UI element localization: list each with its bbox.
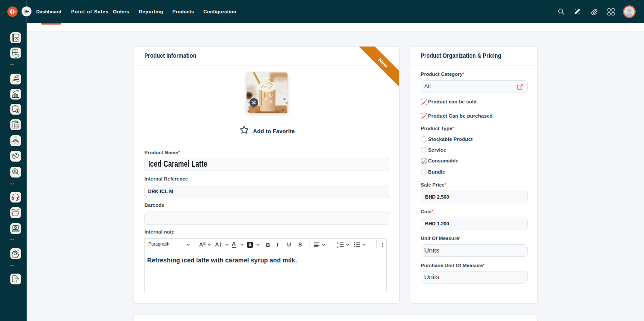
svg-text:2: 2 [337, 246, 339, 248]
svg-text:1: 1 [337, 242, 339, 244]
